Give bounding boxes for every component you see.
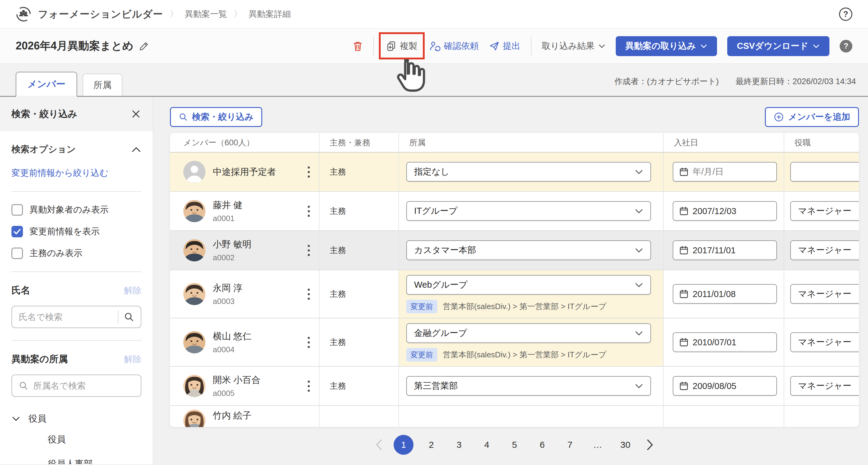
department-tree: 役員 役員役員人事部役員監査部 bbox=[11, 410, 141, 464]
header-help-icon[interactable]: ? bbox=[839, 7, 852, 21]
department-select[interactable]: ITグループ bbox=[406, 201, 651, 221]
join-date-cell: 2010/07/01 bbox=[663, 318, 784, 366]
tab-member[interactable]: メンバー bbox=[16, 72, 77, 97]
kebab-menu-icon[interactable] bbox=[308, 381, 310, 392]
department-select[interactable]: カスタマー本部 bbox=[406, 240, 651, 260]
confirm-request-label: 確認依頼 bbox=[444, 40, 479, 52]
pagination-page-7[interactable]: 7 bbox=[560, 435, 580, 455]
member-table-row: 横山 悠仁 a0004 主務 金融グループ 変更前営業本部(salesDiv.)… bbox=[170, 318, 859, 367]
duty-label: 主務 bbox=[330, 206, 346, 216]
table-body: 中途採用予定者 主務 指定なし 年/月/日 藤井 健 a0001 bbox=[170, 153, 859, 427]
copy-icon bbox=[386, 41, 396, 52]
chevron-down-icon[interactable] bbox=[11, 416, 21, 422]
join-date-input[interactable]: 2007/12/03 bbox=[673, 201, 777, 221]
close-icon[interactable] bbox=[130, 109, 141, 119]
member-table-row: 小野 敏明 a0002 主務 カスタマー本部 2017/11/01 マネージャー bbox=[170, 231, 859, 270]
search-filter-sidebar: 検索・絞り込み 検索オプション 変更前情報から絞り込む 異動対象者のみ表示変更前… bbox=[0, 97, 153, 464]
department-select[interactable]: 指定なし bbox=[406, 162, 651, 182]
kebab-menu-icon[interactable] bbox=[308, 245, 310, 256]
tab-department[interactable]: 所属 bbox=[83, 74, 122, 96]
title-bar: 2026年4月異動案まとめ 複製 bbox=[0, 29, 868, 64]
csv-download-label: CSVダウンロード bbox=[737, 40, 808, 52]
member-name: 永岡 淳 bbox=[213, 282, 242, 294]
edit-title-icon[interactable] bbox=[139, 41, 149, 51]
import-result-label: 取り込み結果 bbox=[542, 40, 595, 52]
join-date-input[interactable]: 年/月/日 bbox=[673, 162, 777, 182]
name-search-input[interactable] bbox=[19, 312, 115, 322]
avatar-placeholder-icon bbox=[183, 161, 206, 183]
checkbox-unchecked-icon[interactable] bbox=[11, 248, 23, 259]
toolbar-help-icon[interactable]: ? bbox=[840, 40, 852, 53]
department-select[interactable]: 金融グループ bbox=[406, 323, 651, 343]
column-header: 入社日 bbox=[663, 133, 784, 152]
department-select[interactable]: 第三営業部 bbox=[406, 376, 651, 396]
kebab-menu-icon[interactable] bbox=[308, 337, 310, 348]
tree-child-node[interactable]: 役員 bbox=[11, 427, 141, 452]
search-icon[interactable] bbox=[124, 312, 134, 322]
position-select[interactable]: マネージャー bbox=[790, 332, 859, 352]
column-header: 役職 bbox=[784, 133, 859, 152]
department-select[interactable]: Webグループ bbox=[406, 275, 651, 295]
position-select[interactable]: マネージャー bbox=[790, 201, 859, 221]
join-date-input[interactable]: 2017/11/01 bbox=[673, 240, 777, 260]
import-plan-button[interactable]: 異動案の取り込み bbox=[616, 36, 717, 56]
dept-section-title: 異動案の所属 bbox=[11, 353, 68, 366]
position-select[interactable]: マネージャー bbox=[790, 284, 859, 304]
add-member-button[interactable]: メンバーを追加 bbox=[765, 107, 859, 127]
join-date-input[interactable]: 2010/07/01 bbox=[673, 332, 777, 352]
dept-search-field bbox=[11, 375, 141, 397]
position-select[interactable]: マネージャー bbox=[790, 240, 859, 260]
chevron-down-icon bbox=[812, 44, 820, 49]
submit-button[interactable]: 提出 bbox=[489, 40, 521, 52]
pagination-page-5[interactable]: 5 bbox=[504, 435, 524, 455]
chevron-up-icon[interactable] bbox=[131, 146, 141, 153]
join-date-input[interactable]: 2011/01/08 bbox=[673, 284, 777, 304]
tree-child-node[interactable]: 役員人事部 bbox=[11, 452, 141, 464]
avatar bbox=[183, 375, 206, 397]
tab-department-label: 所属 bbox=[93, 79, 112, 91]
breadcrumb-transfer-list[interactable]: 異動案一覧 bbox=[185, 8, 227, 20]
duplicate-button[interactable]: 複製 bbox=[386, 40, 417, 52]
calendar-icon bbox=[679, 167, 688, 177]
pagination-page-2[interactable]: 2 bbox=[421, 435, 441, 455]
position-select[interactable] bbox=[790, 162, 859, 182]
calendar-icon bbox=[679, 289, 688, 299]
pagination-page-4[interactable]: 4 bbox=[477, 435, 497, 455]
breadcrumb-separator: 〉 bbox=[234, 8, 242, 20]
import-result-button[interactable]: 取り込み結果 bbox=[542, 40, 606, 52]
kebab-menu-icon[interactable] bbox=[308, 167, 310, 178]
member-name: 開米 小百合 bbox=[213, 374, 260, 386]
checkbox-unchecked-icon[interactable] bbox=[11, 204, 23, 215]
display-option-checkbox[interactable]: 主務のみ表示 bbox=[11, 247, 141, 259]
join-date-input[interactable]: 2009/08/05 bbox=[673, 376, 777, 396]
join-date-cell: 2011/01/08 bbox=[663, 270, 784, 318]
position-select[interactable]: マネージャー bbox=[790, 376, 859, 396]
pagination-page-3[interactable]: 3 bbox=[449, 435, 469, 455]
kebab-menu-icon[interactable] bbox=[308, 289, 310, 300]
tree-node-yakuin[interactable]: 役員 bbox=[11, 410, 141, 427]
member-cell: 藤井 健 a0001 bbox=[170, 192, 319, 230]
main-area: 検索・絞り込み メンバーを追加 メンバー（600人）主務・兼務所属入社日役職 中… bbox=[153, 97, 868, 464]
filter-by-before-info-link[interactable]: 変更前情報から絞り込む bbox=[11, 167, 108, 179]
confirm-request-button[interactable]: 確認依頼 bbox=[430, 40, 479, 52]
dept-search-input[interactable] bbox=[33, 381, 134, 391]
display-option-checkbox[interactable]: 変更前情報を表示 bbox=[11, 226, 141, 238]
csv-download-button[interactable]: CSVダウンロード bbox=[727, 36, 830, 56]
delete-button[interactable] bbox=[352, 41, 363, 52]
checkbox-checked-icon[interactable] bbox=[11, 226, 23, 237]
pagination-page-30[interactable]: 30 bbox=[615, 435, 635, 455]
name-section-title: 氏名 bbox=[11, 284, 30, 297]
open-search-filter-button[interactable]: 検索・絞り込み bbox=[170, 107, 262, 127]
display-option-checkbox[interactable]: 異動対象者のみ表示 bbox=[11, 204, 141, 216]
pagination-next-icon[interactable] bbox=[643, 435, 657, 455]
send-icon bbox=[489, 41, 499, 51]
pagination-page-6[interactable]: 6 bbox=[532, 435, 552, 455]
dept-clear-link[interactable]: 解除 bbox=[124, 353, 141, 366]
pagination-page-1[interactable]: 1 bbox=[394, 435, 413, 455]
member-cell: 竹内 絵子 bbox=[170, 406, 319, 427]
join-date-value: 2017/11/01 bbox=[692, 245, 736, 255]
name-clear-link[interactable]: 解除 bbox=[124, 285, 141, 297]
import-plan-label: 異動案の取り込み bbox=[625, 40, 696, 52]
kebab-menu-icon[interactable] bbox=[308, 206, 310, 217]
member-cell: 開米 小百合 a0005 bbox=[170, 367, 319, 405]
